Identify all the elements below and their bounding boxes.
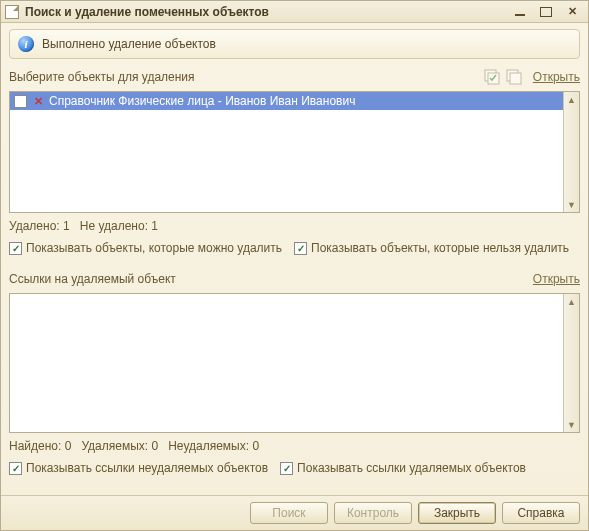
objects-list-content[interactable]: ✕ Справочник Физические лица - Иванов Ив…	[10, 92, 563, 212]
objects-list: ✕ Справочник Физические лица - Иванов Ив…	[9, 91, 580, 213]
list-item[interactable]: ✕ Справочник Физические лица - Иванов Ив…	[10, 92, 563, 110]
filter-label: Показывать ссылки неудаляемых объектов	[26, 461, 268, 475]
help-button[interactable]: Справка	[502, 502, 580, 524]
filter-label: Показывать объекты, которые можно удалит…	[26, 241, 282, 255]
window-root: Поиск и удаление помеченных объектов i В…	[0, 0, 589, 531]
minimize-button[interactable]	[512, 5, 528, 19]
document-icon	[5, 5, 19, 19]
notice-panel: i Выполнено удаление объектов	[9, 29, 580, 59]
item-checkbox[interactable]	[14, 95, 27, 108]
deleted-label: Удалено:	[9, 219, 60, 233]
maximize-button[interactable]	[538, 5, 554, 19]
body-area: i Выполнено удаление объектов Выберите о…	[1, 23, 588, 495]
not-deleted-label: Не удалено:	[80, 219, 148, 233]
uncheck-all-icon[interactable]	[505, 68, 523, 86]
close-window-button[interactable]	[564, 5, 580, 19]
control-button[interactable]: Контроль	[334, 502, 412, 524]
check-all-icon[interactable]	[483, 68, 501, 86]
filter-show-deletable-refs[interactable]: Показывать ссылки удаляемых объектов	[280, 461, 526, 475]
scroll-up-icon[interactable]: ▲	[564, 92, 579, 107]
filter-show-undeletable[interactable]: Показывать объекты, которые нельзя удали…	[294, 241, 569, 255]
undeletable-count: 0	[252, 439, 259, 453]
window-title: Поиск и удаление помеченных объектов	[25, 5, 512, 19]
upper-filters: Показывать объекты, которые можно удалит…	[9, 239, 580, 257]
found-count: 0	[65, 439, 72, 453]
refs-label: Ссылки на удаляемый объект	[9, 272, 176, 286]
undeletable-label: Неудаляемых:	[168, 439, 249, 453]
filter-label: Показывать ссылки удаляемых объектов	[297, 461, 526, 475]
refs-filters: Показывать ссылки неудаляемых объектов П…	[9, 459, 580, 477]
refs-header-row: Ссылки на удаляемый объект Открыть	[9, 269, 580, 289]
upper-status: Удалено: 1 Не удалено: 1	[9, 217, 580, 235]
found-label: Найдено:	[9, 439, 61, 453]
refs-status: Найдено: 0 Удаляемых: 0 Неудаляемых: 0	[9, 437, 580, 455]
notice-text: Выполнено удаление объектов	[42, 37, 216, 51]
titlebar[interactable]: Поиск и удаление помеченных объектов	[1, 1, 588, 23]
deletable-label: Удаляемых:	[81, 439, 148, 453]
item-text: Справочник Физические лица - Иванов Иван…	[49, 94, 355, 108]
bottom-bar: Поиск Контроль Закрыть Справка	[1, 495, 588, 530]
not-deleted-count: 1	[151, 219, 158, 233]
delete-mark-icon: ✕	[32, 95, 44, 107]
svg-rect-3	[510, 73, 521, 84]
checkbox-icon[interactable]	[9, 462, 22, 475]
deleted-count: 1	[63, 219, 70, 233]
checkbox-icon[interactable]	[9, 242, 22, 255]
info-icon: i	[18, 36, 34, 52]
upper-open-link[interactable]: Открыть	[533, 70, 580, 84]
search-button[interactable]: Поиск	[250, 502, 328, 524]
upper-header-row: Выберите объекты для удаления Открыть	[9, 67, 580, 87]
filter-show-deletable[interactable]: Показывать объекты, которые можно удалит…	[9, 241, 282, 255]
scroll-down-icon[interactable]: ▼	[564, 197, 579, 212]
refs-open-link[interactable]: Открыть	[533, 272, 580, 286]
upper-label: Выберите объекты для удаления	[9, 70, 195, 84]
filter-show-undeletable-refs[interactable]: Показывать ссылки неудаляемых объектов	[9, 461, 268, 475]
window-controls	[512, 5, 584, 19]
refs-list: ▲ ▼	[9, 293, 580, 433]
refs-scrollbar[interactable]: ▲ ▼	[563, 294, 579, 432]
checkbox-icon[interactable]	[280, 462, 293, 475]
objects-scrollbar[interactable]: ▲ ▼	[563, 92, 579, 212]
refs-list-content[interactable]	[10, 294, 563, 432]
close-button[interactable]: Закрыть	[418, 502, 496, 524]
scroll-up-icon[interactable]: ▲	[564, 294, 579, 309]
scroll-down-icon[interactable]: ▼	[564, 417, 579, 432]
checkbox-icon[interactable]	[294, 242, 307, 255]
filter-label: Показывать объекты, которые нельзя удали…	[311, 241, 569, 255]
deletable-count: 0	[152, 439, 159, 453]
